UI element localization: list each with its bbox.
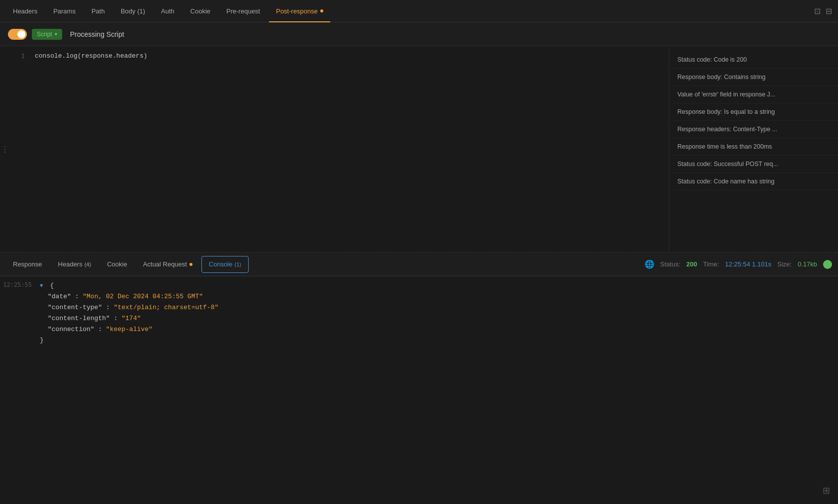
script-dropdown-button[interactable]: Script ▾	[32, 29, 62, 40]
snippet-item-5[interactable]: Response time is less than 200ms	[669, 138, 838, 156]
tab-path[interactable]: Path	[85, 0, 112, 22]
snippet-item-1[interactable]: Response body: Contains string	[669, 69, 838, 86]
status-label: Status:	[660, 260, 680, 268]
snippet-item-0[interactable]: Status code: Code is 200	[669, 51, 838, 69]
window-icon-1[interactable]: ⊡	[814, 6, 821, 16]
size-value: 0.17kb	[798, 260, 817, 268]
snippet-item-7[interactable]: Status code: Code name has string	[669, 173, 838, 190]
processing-script-title: Processing Script	[70, 30, 124, 38]
script-toggle[interactable]	[8, 29, 27, 40]
code-editor[interactable]: 1 console.log(response.headers)	[10, 46, 669, 252]
chevron-down-icon: ▾	[55, 31, 57, 37]
tab-prerequest[interactable]: Pre-request	[219, 0, 267, 22]
code-line-1: 1 console.log(response.headers)	[10, 51, 669, 61]
code-text-1: console.log(response.headers)	[35, 52, 147, 60]
script-toolbar: Script ▾ Processing Script	[0, 22, 838, 46]
time-value: 12:25:54 1.101s	[725, 260, 771, 268]
console-json-output: ▼ { "date" : "Mon, 02 Dec 2024 04:25:55 …	[40, 280, 218, 346]
right-panel: Status code: Code is 200 Response body: …	[669, 46, 838, 252]
tab-console[interactable]: Console (1)	[201, 256, 249, 273]
status-indicator	[823, 260, 832, 269]
expand-icon[interactable]: ⊞	[823, 485, 830, 496]
tab-body[interactable]: Body (1)	[114, 0, 152, 22]
snippet-item-3[interactable]: Response body: Is equal to a string	[669, 103, 838, 121]
tab-params[interactable]: Params	[46, 0, 83, 22]
line-number-1: 1	[10, 52, 35, 60]
drag-handle[interactable]: ⋮	[0, 46, 10, 252]
json-content-length-line: "content-length" : "174"	[40, 313, 218, 324]
time-label: Time:	[703, 260, 719, 268]
tab-actual-request[interactable]: Actual Request	[136, 252, 199, 276]
snippet-item-6[interactable]: Status code: Successful POST req...	[669, 156, 838, 173]
tab-auth[interactable]: Auth	[154, 0, 182, 22]
json-content-type-value: "text/plain; charset=utf-8"	[114, 304, 219, 311]
json-content-length-value: "174"	[121, 315, 141, 322]
tab-headers[interactable]: Headers	[6, 0, 44, 22]
console-panel: 12:25:55 ▼ { "date" : "Mon, 02 Dec 2024 …	[0, 276, 838, 504]
window-icon-2[interactable]: ⊟	[826, 6, 832, 16]
snippet-item-2[interactable]: Value of 'errstr' field in response J...	[669, 86, 838, 103]
json-date-value: "Mon, 02 Dec 2024 04:25:55 GMT"	[83, 293, 203, 300]
status-code-value: 200	[686, 260, 697, 268]
actual-request-dot	[189, 263, 192, 266]
json-open-brace: ▼ {	[40, 280, 218, 291]
globe-icon[interactable]: 🌐	[645, 259, 654, 269]
json-connection-line: "connection" : "keep-alive"	[40, 324, 218, 335]
json-content-type-line: "content-type" : "text/plain; charset=ut…	[40, 302, 218, 313]
postresponse-dot	[320, 9, 323, 12]
top-nav: Headers Params Path Body (1) Auth Cookie…	[0, 0, 838, 22]
tab-postresponse[interactable]: Post-response	[269, 0, 330, 22]
console-timestamp: 12:25:55	[0, 280, 40, 288]
snippet-item-4[interactable]: Response headers: Content-Type ...	[669, 121, 838, 138]
tab-cookie[interactable]: Cookie	[184, 0, 217, 22]
main-content: ⋮ 1 console.log(response.headers) Status…	[0, 46, 838, 252]
tab-response[interactable]: Response	[6, 252, 49, 276]
json-connection-value: "keep-alive"	[106, 326, 153, 333]
console-row: 12:25:55 ▼ { "date" : "Mon, 02 Dec 2024 …	[0, 276, 838, 346]
status-bar-right: 🌐 Status: 200 Time: 12:25:54 1.101s Size…	[645, 259, 832, 269]
bottom-tabs: Response Headers (4) Cookie Actual Reque…	[0, 252, 838, 276]
size-label: Size:	[777, 260, 792, 268]
json-date-line: "date" : "Mon, 02 Dec 2024 04:25:55 GMT"	[40, 291, 218, 302]
collapse-arrow-icon[interactable]: ▼	[40, 283, 43, 289]
tab-headers-bottom[interactable]: Headers (4)	[51, 252, 98, 276]
top-right-icons: ⊡ ⊟	[814, 6, 832, 16]
json-close-brace: }	[40, 335, 218, 346]
tab-cookie-bottom[interactable]: Cookie	[100, 252, 134, 276]
